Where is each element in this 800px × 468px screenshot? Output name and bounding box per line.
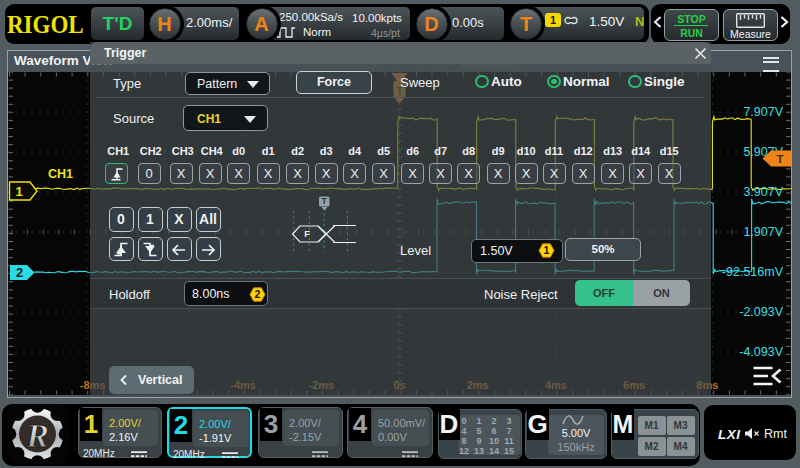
svg-text:CH1: CH1 xyxy=(48,167,73,181)
svg-text:2: 2 xyxy=(254,288,260,300)
svg-text:T: T xyxy=(776,153,783,165)
svg-text:1: 1 xyxy=(543,244,549,256)
svg-text:2: 2 xyxy=(16,265,23,280)
svg-text:3.907V: 3.907V xyxy=(743,185,783,199)
svg-text:1.907V: 1.907V xyxy=(743,225,783,239)
svg-text:7.907V: 7.907V xyxy=(743,105,783,119)
svg-text:1: 1 xyxy=(15,184,22,199)
svg-text:F: F xyxy=(304,229,310,239)
svg-text:R: R xyxy=(25,417,49,454)
svg-text:-4.093V: -4.093V xyxy=(739,345,783,359)
svg-text:-2.093V: -2.093V xyxy=(739,305,783,319)
svg-text:-92.516mV: -92.516mV xyxy=(722,265,784,279)
svg-text:T: T xyxy=(322,196,328,206)
